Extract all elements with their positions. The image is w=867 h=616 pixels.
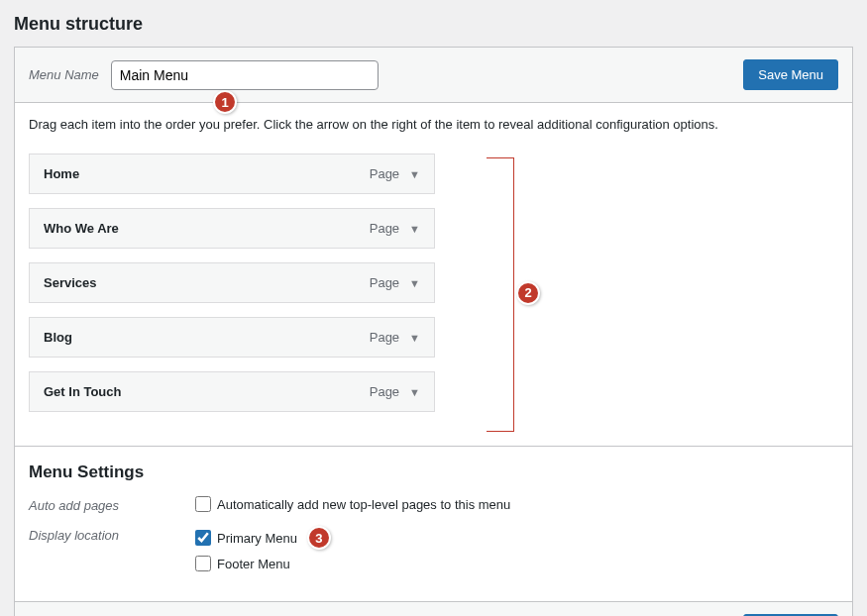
menu-name-label: Menu Name	[29, 67, 99, 82]
menu-settings: Menu Settings Auto add pages Automatical…	[15, 446, 852, 601]
save-menu-button-top[interactable]: Save Menu	[743, 59, 838, 90]
display-location-checkbox[interactable]	[195, 556, 211, 571]
menu-item-title: Blog	[44, 330, 72, 345]
menu-item-type: Page	[370, 275, 399, 290]
display-location-option[interactable]: Primary Menu3	[195, 526, 331, 550]
menu-item-type: Page	[370, 166, 399, 181]
settings-heading: Menu Settings	[29, 462, 838, 482]
chevron-down-icon[interactable]: ▼	[409, 332, 420, 344]
menu-item[interactable]: HomePage▼	[29, 154, 435, 194]
auto-add-label: Auto add pages	[29, 496, 195, 513]
display-location-option[interactable]: Footer Menu	[195, 556, 331, 571]
section-heading: Menu structure	[14, 14, 853, 35]
menu-item[interactable]: BlogPage▼	[29, 317, 435, 358]
menu-name-input[interactable]	[111, 60, 379, 90]
menu-item[interactable]: Get In TouchPage▼	[29, 371, 435, 412]
menu-item-type: Page	[370, 221, 399, 236]
menu-item[interactable]: Who We ArePage▼	[29, 208, 435, 249]
menu-item-title: Home	[44, 166, 79, 181]
panel-header: Menu Name Save Menu	[15, 48, 852, 103]
display-location-text: Primary Menu	[217, 531, 297, 546]
chevron-down-icon[interactable]: ▼	[409, 168, 420, 180]
instructions-text: Drag each item into the order you prefer…	[29, 117, 838, 132]
menu-item[interactable]: ServicesPage▼	[29, 262, 435, 303]
panel-footer: Delete Menu 4 Save Menu	[15, 601, 852, 616]
annotation-badge-3: 3	[307, 526, 331, 550]
auto-add-text: Automatically add new top-level pages to…	[217, 497, 510, 512]
display-location-text: Footer Menu	[217, 557, 290, 571]
panel-body: Drag each item into the order you prefer…	[15, 103, 852, 446]
auto-add-checkbox[interactable]	[195, 496, 211, 512]
menu-item-title: Get In Touch	[44, 384, 121, 399]
menu-item-title: Services	[44, 275, 97, 290]
chevron-down-icon[interactable]: ▼	[409, 277, 420, 289]
chevron-down-icon[interactable]: ▼	[409, 386, 420, 398]
auto-add-option[interactable]: Automatically add new top-level pages to…	[195, 496, 510, 512]
annotation-bracket	[487, 157, 514, 432]
menu-panel: 1 Menu Name Save Menu Drag each item int…	[14, 47, 853, 616]
menu-item-title: Who We Are	[44, 221, 119, 236]
annotation-badge-1: 1	[213, 90, 237, 114]
chevron-down-icon[interactable]: ▼	[409, 223, 420, 235]
menu-items-list: 2 HomePage▼Who We ArePage▼ServicesPage▼B…	[29, 154, 485, 432]
menu-item-type: Page	[370, 330, 399, 345]
annotation-badge-2: 2	[516, 281, 540, 305]
display-location-label: Display location	[29, 526, 195, 543]
display-location-checkbox[interactable]	[195, 530, 211, 546]
menu-item-type: Page	[370, 384, 399, 399]
